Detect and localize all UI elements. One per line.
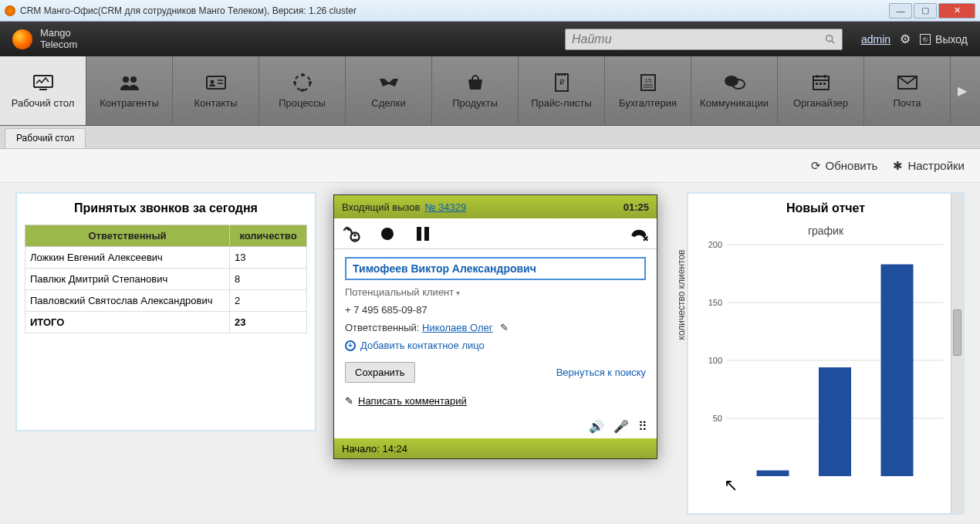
cell-name: Ложкин Евгений Алексеевич [25, 247, 230, 269]
table-row[interactable]: Ложкин Евгений Алексеевич13 [25, 247, 307, 269]
nav-tab-4[interactable]: Сделки [346, 56, 432, 125]
window-titlebar: CRM Манго-Офис(CRM для сотрудников Манго… [0, 0, 980, 22]
cell-name: Павлюк Дмитрий Степанович [25, 269, 230, 290]
plus-icon: + [345, 340, 356, 351]
exit-button[interactable]: ⎋ Выход [920, 33, 968, 46]
call-footer: Начало: 14:24 [334, 438, 657, 458]
refresh-button[interactable]: ⟳ Обновить [811, 159, 878, 173]
dialpad-icon[interactable]: ⠿ [638, 419, 647, 434]
svg-point-12 [309, 81, 312, 84]
handshake-icon [377, 73, 400, 93]
card-icon [204, 73, 228, 93]
nav-label: Почта [893, 97, 921, 109]
nav-label: Прайс-листы [531, 97, 592, 109]
add-contact-link[interactable]: + Добавить контактное лицо [345, 340, 646, 351]
call-number-link[interactable]: № 34329 [424, 201, 466, 213]
calendar-icon [809, 73, 833, 93]
window-maximize-button[interactable]: ▢ [914, 3, 937, 19]
subtab-desktop[interactable]: Рабочий стол [5, 128, 86, 148]
nav-tab-0[interactable]: Рабочий стол [0, 56, 86, 125]
nav-tab-5[interactable]: Продукты [432, 56, 519, 125]
nav-scroll-right[interactable]: ▶ [951, 56, 974, 125]
save-button[interactable]: Сохранить [345, 362, 415, 383]
nav-label: Контрагенты [100, 97, 159, 109]
main-nav: Рабочий столКонтрагентыКонтактыПроцессыС… [0, 56, 980, 126]
svg-point-40 [353, 234, 357, 237]
nav-tab-3[interactable]: Процессы [259, 56, 346, 125]
svg-point-0 [826, 35, 833, 41]
pricelist-icon: ₽ [550, 73, 573, 93]
nav-tab-10[interactable]: Почта [864, 56, 951, 125]
svg-point-5 [130, 76, 137, 83]
client-type-label: Потенциальный клиент [345, 286, 460, 298]
brand-name: Mango Telecom [40, 28, 77, 50]
table-row[interactable]: Павловский Святослав Александрович2 [25, 290, 307, 312]
svg-rect-42 [417, 227, 421, 241]
calls-table: Ответственный количество Ложкин Евгений … [25, 225, 307, 333]
client-type-row[interactable]: Потенциальный клиент [345, 286, 646, 298]
svg-point-21 [725, 76, 738, 86]
exit-icon: ⎋ [920, 34, 931, 45]
global-search[interactable] [565, 29, 843, 50]
responsible-label: Ответственный: [345, 322, 419, 333]
scrollbar-thumb[interactable] [953, 309, 961, 356]
svg-rect-6 [207, 76, 225, 89]
record-icon[interactable] [377, 224, 397, 244]
mic-icon[interactable]: 🎤 [613, 419, 629, 434]
responsible-link[interactable]: Николаев Олег [422, 322, 493, 333]
pencil-icon[interactable]: ✎ [500, 322, 509, 333]
svg-line-1 [832, 40, 835, 43]
caller-name-input[interactable] [345, 257, 646, 280]
table-row[interactable]: Павлюк Дмитрий Степанович8 [25, 269, 307, 290]
pause-icon[interactable] [413, 224, 433, 244]
speaker-icon[interactable]: 🔊 [589, 419, 604, 434]
hangup-icon[interactable] [629, 224, 649, 244]
incoming-call-dialog: Входящий вызов № 34329 01:25 Потенциальн… [333, 194, 657, 459]
calls-th-count: количество [230, 225, 307, 247]
pencil-icon: ✎ [345, 395, 353, 407]
nav-label: Бухгалтерия [619, 97, 677, 109]
gear-icon[interactable]: ⚙ [900, 32, 911, 46]
call-timer: 01:25 [623, 201, 649, 213]
app-favicon [5, 5, 15, 16]
window-minimize-button[interactable]: — [889, 3, 912, 19]
window-close-button[interactable]: ✕ [938, 3, 975, 19]
back-to-search-link[interactable]: Вернуться к поиску [556, 367, 646, 378]
nav-tab-6[interactable]: ₽Прайс-листы [519, 56, 605, 125]
call-header[interactable]: Входящий вызов № 34329 01:25 [334, 195, 657, 218]
nav-tab-9[interactable]: Органайзер [778, 56, 864, 125]
nav-tab-8[interactable]: Коммуникации [691, 56, 778, 125]
subtab-row: Рабочий стол [0, 126, 980, 149]
nav-tab-7[interactable]: 15Бухгалтерия [605, 56, 691, 125]
add-contact-label: Добавить контактное лицо [360, 340, 485, 351]
report-title: Новый отчет [696, 201, 955, 215]
refresh-icon: ⟳ [811, 159, 821, 173]
calls-th-responsible: Ответственный [25, 225, 230, 247]
svg-text:100: 100 [708, 356, 722, 365]
write-comment-label: Написать комментарий [358, 395, 467, 407]
cell-count: 8 [230, 269, 307, 290]
settings-button[interactable]: ✱ Настройки [893, 159, 965, 173]
cell-count: 2 [230, 290, 307, 312]
scrollbar[interactable] [951, 194, 963, 513]
nav-tab-2[interactable]: Контакты [173, 56, 259, 125]
svg-point-11 [301, 73, 304, 76]
nav-tab-1[interactable]: Контрагенты [86, 56, 173, 125]
brand-line1: Mango [40, 28, 77, 39]
chat-icon [723, 73, 746, 93]
admin-link[interactable]: admin [861, 33, 890, 46]
write-comment-row[interactable]: ✎ Написать комментарий [345, 395, 646, 407]
call-controls [334, 218, 657, 249]
search-input[interactable] [572, 32, 825, 46]
svg-point-14 [293, 81, 296, 84]
svg-text:150: 150 [708, 298, 722, 307]
transfer-icon[interactable] [342, 224, 362, 244]
phone-row: + 7 495 685-09-87 [345, 304, 646, 316]
total-value: 23 [230, 312, 307, 333]
search-icon[interactable] [825, 34, 836, 45]
svg-rect-27 [816, 83, 818, 85]
mouse-cursor-icon: ↖ [724, 475, 738, 495]
chart-bar [819, 367, 851, 476]
nav-label: Органайзер [793, 97, 848, 109]
chart-ylabel: количество клиентов [676, 250, 687, 340]
